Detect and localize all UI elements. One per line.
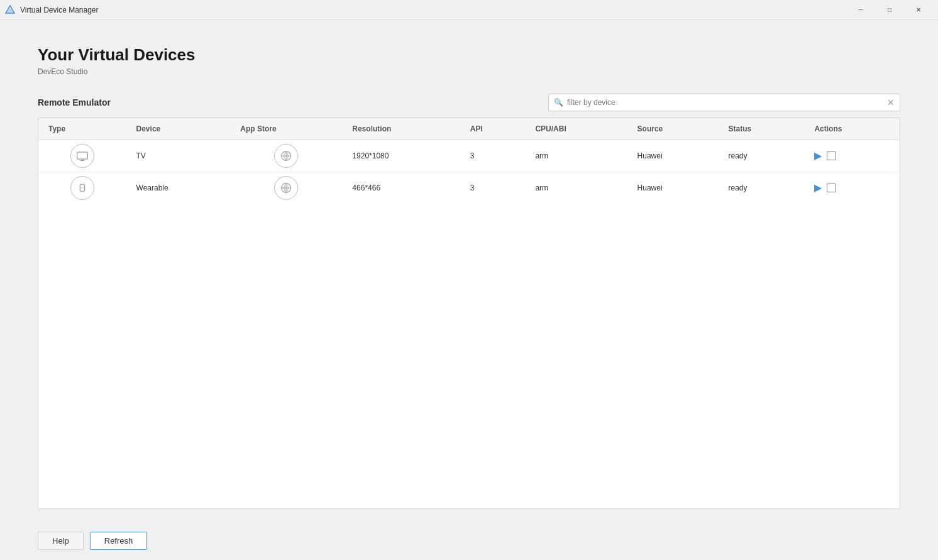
cell-cpu: arm [525, 172, 627, 204]
appstore-icon [274, 144, 298, 168]
cell-appstore [230, 140, 342, 172]
window-controls: ─ □ ✕ [846, 0, 933, 20]
page-title: Your Virtual Devices [38, 45, 900, 65]
device-table: Type Device App Store Resolution API CPU… [38, 118, 900, 204]
table-header-row: Type Device App Store Resolution API CPU… [38, 118, 900, 140]
app-logo-icon [5, 5, 15, 15]
col-appstore: App Store [230, 118, 342, 140]
col-status: Status [718, 118, 804, 140]
appstore-icon [274, 176, 298, 200]
stop-button[interactable] [827, 151, 836, 160]
table-row: Wearable 466*466 3 arm Huawei ready ▶ [38, 172, 900, 204]
title-bar-left: Virtual Device Manager [5, 5, 99, 15]
cell-type [38, 140, 126, 172]
minimize-button[interactable]: ─ [846, 0, 875, 20]
tv-icon [70, 144, 94, 168]
col-source: Source [627, 118, 719, 140]
cell-source: Huawei [627, 172, 719, 204]
stop-button[interactable] [827, 184, 836, 192]
cell-api: 3 [460, 172, 526, 204]
cell-resolution: 466*466 [342, 172, 460, 204]
col-actions: Actions [804, 118, 900, 140]
wearable-icon [70, 176, 94, 200]
cell-cpu: arm [525, 140, 627, 172]
search-box: 🔍 ✕ [548, 94, 900, 111]
col-resolution: Resolution [342, 118, 460, 140]
close-button[interactable]: ✕ [904, 0, 933, 20]
play-button[interactable]: ▶ [814, 151, 822, 161]
cell-device-name: TV [126, 140, 231, 172]
maximize-button[interactable]: □ [875, 0, 904, 20]
col-cpu: CPU/ABI [525, 118, 627, 140]
cell-api: 3 [460, 140, 526, 172]
cell-device-name: Wearable [126, 172, 231, 204]
footer: Help Refresh [0, 522, 938, 560]
section-header: Remote Emulator 🔍 ✕ [38, 94, 900, 111]
section-title: Remote Emulator [38, 97, 111, 107]
cell-resolution: 1920*1080 [342, 140, 460, 172]
cell-status: ready [718, 140, 804, 172]
search-input[interactable] [567, 98, 887, 107]
refresh-button[interactable]: Refresh [90, 532, 148, 550]
page-subtitle: DevEco Studio [38, 67, 900, 76]
cell-actions: ▶ [804, 140, 900, 172]
cell-type [38, 172, 126, 204]
search-icon: 🔍 [554, 98, 563, 107]
table-row: TV 1920*1080 3 arm Huawei ready ▶ [38, 140, 900, 172]
col-api: API [460, 118, 526, 140]
cell-status: ready [718, 172, 804, 204]
app-title: Virtual Device Manager [20, 6, 99, 14]
main-content: Your Virtual Devices DevEco Studio Remot… [0, 20, 938, 522]
title-bar: Virtual Device Manager ─ □ ✕ [0, 0, 938, 20]
help-button[interactable]: Help [38, 532, 84, 550]
col-device: Device [126, 118, 231, 140]
cell-actions: ▶ [804, 172, 900, 204]
search-clear-button[interactable]: ✕ [887, 98, 895, 107]
cell-appstore [230, 172, 342, 204]
svg-rect-2 [77, 152, 87, 159]
cell-source: Huawei [627, 140, 719, 172]
device-table-container: Type Device App Store Resolution API CPU… [38, 118, 900, 509]
col-type: Type [38, 118, 126, 140]
play-button[interactable]: ▶ [814, 183, 822, 193]
